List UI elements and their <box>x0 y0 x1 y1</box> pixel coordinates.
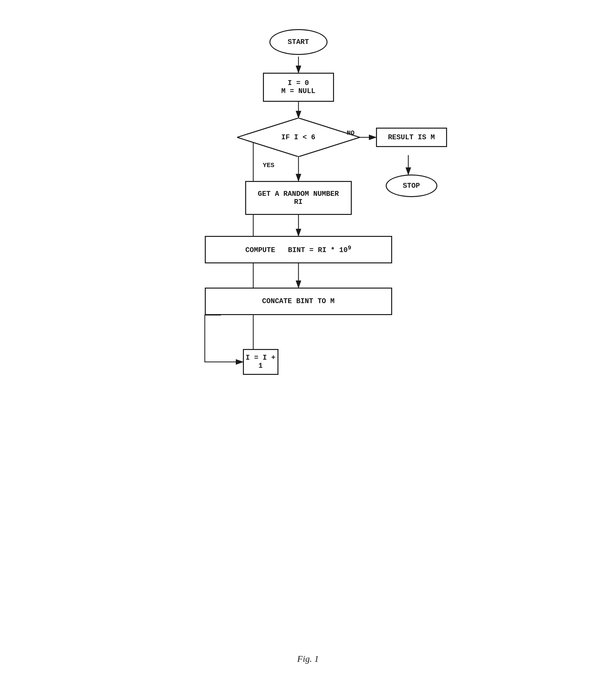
compute-label: COMPUTE BINT = RI * 109 <box>245 244 351 254</box>
increment-label: I = I + 1 <box>244 354 278 370</box>
start-label: START <box>287 38 309 46</box>
result-shape: RESULT IS M <box>376 128 447 147</box>
start-shape: START <box>270 29 328 55</box>
result-label: RESULT IS M <box>388 133 435 141</box>
init-label: I = 0 M = NULL <box>281 79 316 95</box>
no-label: NO <box>347 129 355 137</box>
fig-label: Fig. 1 <box>297 654 319 664</box>
stop-label: STOP <box>403 182 420 190</box>
page: START I = 0 M = NULL IF I < 6 NO YES RES… <box>0 0 616 677</box>
increment-shape: I = I + 1 <box>243 349 278 375</box>
get-random-label: GET A RANDOM NUMBER RI <box>258 190 339 206</box>
init-shape: I = 0 M = NULL <box>263 73 334 102</box>
condition-label: IF I < 6 <box>237 118 360 157</box>
concate-shape: CONCATE BINT TO M <box>205 287 392 315</box>
flowchart: START I = 0 M = NULL IF I < 6 NO YES RES… <box>163 19 454 585</box>
stop-shape: STOP <box>386 175 437 197</box>
condition-shape: IF I < 6 <box>237 118 360 157</box>
concate-label: CONCATE BINT TO M <box>262 297 334 305</box>
get-random-shape: GET A RANDOM NUMBER RI <box>245 181 352 215</box>
compute-shape: COMPUTE BINT = RI * 109 <box>205 236 392 263</box>
yes-label: YES <box>263 162 275 169</box>
